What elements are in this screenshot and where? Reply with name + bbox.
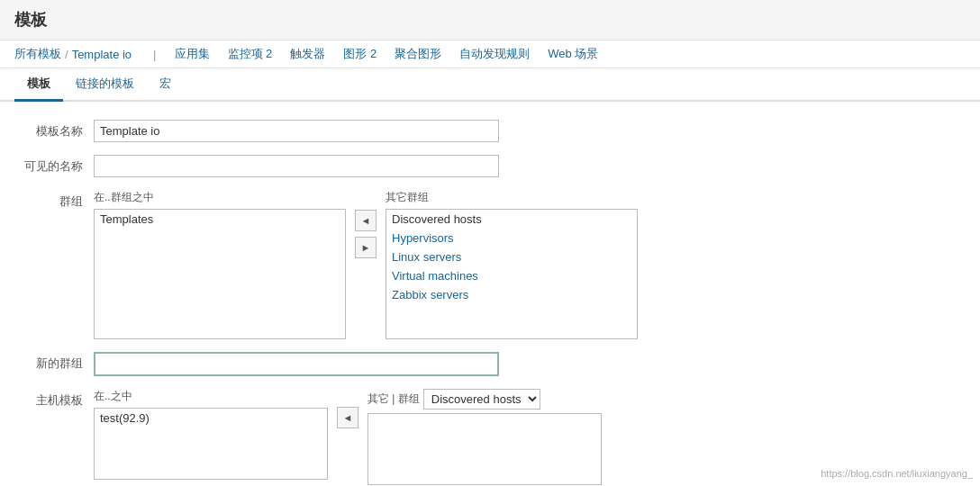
host-template-label: 主机模板 — [22, 389, 94, 409]
top-nav-web[interactable]: Web 场景 — [548, 46, 598, 62]
top-nav-trigger[interactable]: 触发器 — [290, 46, 325, 62]
template-name-row: 模板名称 — [22, 120, 958, 142]
tab-linked-templates[interactable]: 链接的模板 — [63, 68, 147, 102]
sub-tabs-bar: 模板 链接的模板 宏 — [0, 68, 980, 102]
template-name-input[interactable] — [94, 120, 499, 142]
watermark: https://blog.csdn.net/liuxiangyang_ — [821, 468, 973, 479]
breadcrumb-separator: / — [65, 48, 68, 61]
top-nav-monitor[interactable]: 监控项 2 — [228, 46, 273, 62]
host-in-label: 在..之中 — [94, 389, 328, 404]
other-group-column: 其它群组 Discovered hosts Hypervisors Linux … — [386, 190, 638, 339]
arrow-left-button[interactable]: ◄ — [355, 210, 377, 231]
host-in-listbox[interactable]: test(92.9) — [94, 408, 328, 480]
other-group-listbox[interactable]: Discovered hosts Hypervisors Linux serve… — [386, 209, 638, 339]
top-nav-aggregate[interactable]: 聚合图形 — [395, 46, 441, 62]
host-template-content: 在..之中 test(92.9) ◄ 其它 | 群组 Discovered ho… — [94, 389, 602, 485]
tab-template[interactable]: 模板 — [14, 68, 63, 102]
other-group-item-linux[interactable]: Linux servers — [386, 248, 637, 266]
host-group-select[interactable]: Discovered hosts Hypervisors Linux serve… — [423, 389, 540, 410]
host-template-section: 主机模板 在..之中 test(92.9) ◄ 其它 | 群组 — [22, 389, 958, 485]
content-area: 模板名称 可见的名称 群组 在..群组之中 Templates ◄ ► 其它群 — [0, 102, 980, 486]
top-nav-autodiscover[interactable]: 自动发现规则 — [459, 46, 530, 62]
in-group-listbox[interactable]: Templates — [94, 209, 346, 339]
arrow-right-button[interactable]: ► — [355, 237, 377, 258]
breadcrumb-current: Template io — [72, 48, 132, 61]
other-group-label: 其它群组 — [386, 190, 638, 205]
page-header: 模板 — [0, 0, 980, 40]
host-in-column: 在..之中 test(92.9) — [94, 389, 328, 480]
breadcrumb-bar: 所有模板 / Template io | 应用集 监控项 2 触发器 图形 2 … — [0, 40, 980, 68]
breadcrumb-all-templates[interactable]: 所有模板 — [14, 46, 61, 62]
visible-name-input[interactable] — [94, 155, 499, 177]
in-group-item-templates[interactable]: Templates — [95, 210, 345, 229]
host-arrow-left-button[interactable]: ◄ — [337, 407, 358, 428]
groups-section: 群组 在..群组之中 Templates ◄ ► 其它群组 Discovered… — [22, 190, 958, 339]
in-group-label: 在..群组之中 — [94, 190, 346, 205]
other-group-item-discovered[interactable]: Discovered hosts — [386, 210, 637, 229]
host-other-column: 其它 | 群组 Discovered hosts Hypervisors Lin… — [368, 389, 602, 485]
other-group-item-virtual[interactable]: Virtual machines — [386, 266, 637, 285]
new-group-row: 新的群组 — [22, 352, 958, 376]
top-nav-app[interactable]: 应用集 — [175, 46, 210, 62]
page-title: 模板 — [14, 9, 966, 31]
tab-macro[interactable]: 宏 — [147, 68, 184, 102]
groups-label: 群组 — [22, 190, 94, 210]
host-other-listbox[interactable] — [368, 413, 602, 485]
new-group-input[interactable] — [94, 352, 499, 376]
template-name-label: 模板名称 — [22, 120, 94, 140]
host-arrow-buttons: ◄ — [337, 389, 358, 428]
visible-name-label: 可见的名称 — [22, 155, 94, 175]
other-group-item-hypervisors[interactable]: Hypervisors — [386, 229, 637, 248]
host-in-item-test[interactable]: test(92.9) — [95, 409, 327, 428]
host-other-label: 其它 | 群组 Discovered hosts Hypervisors Lin… — [368, 389, 602, 410]
visible-name-row: 可见的名称 — [22, 155, 958, 177]
new-group-label: 新的群组 — [22, 352, 94, 372]
top-nav-graph[interactable]: 图形 2 — [343, 46, 377, 62]
other-group-item-zabbix[interactable]: Zabbix servers — [386, 285, 637, 304]
groups-content: 在..群组之中 Templates ◄ ► 其它群组 Discovered ho… — [94, 190, 638, 339]
arrow-buttons: ◄ ► — [355, 190, 377, 258]
in-group-column: 在..群组之中 Templates — [94, 190, 346, 339]
